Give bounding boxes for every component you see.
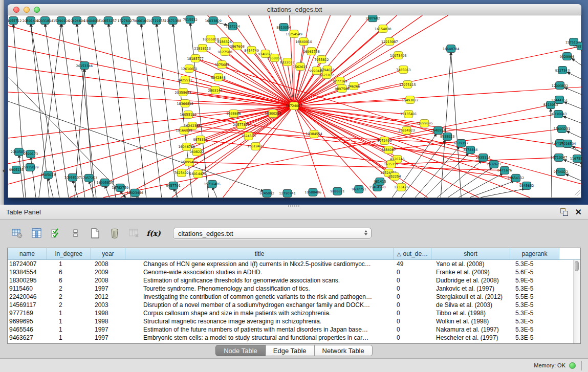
graph-node[interactable]: 9878334 xyxy=(193,136,207,143)
table-cell[interactable]: Dudbridge et al. (2008) xyxy=(431,276,510,285)
table-cell[interactable]: 49 xyxy=(394,260,431,268)
table-cell[interactable]: 2 xyxy=(47,293,91,301)
graph-node[interactable]: 19404068 xyxy=(84,17,100,25)
table-row[interactable]: 969969511998Structural magnetic resonanc… xyxy=(8,317,580,325)
graph-node[interactable]: 16782759 xyxy=(112,184,128,191)
network-graph[interactable]: 1872400716055818818632828676088454749914… xyxy=(8,15,582,198)
graph-node[interactable]: 16055818 xyxy=(202,35,219,43)
graph-node[interactable]: 16154838 xyxy=(375,25,391,33)
graph-node[interactable]: 10588486 xyxy=(304,188,321,196)
function-builder-icon[interactable]: f(x) xyxy=(147,227,160,239)
graph-node[interactable]: 20153346 xyxy=(76,62,93,70)
table-cell[interactable]: 5.3E-5 xyxy=(510,309,559,317)
splitter-handle[interactable] xyxy=(288,205,299,207)
table-cell[interactable]: 0 xyxy=(394,285,431,293)
table-cell[interactable]: 2 xyxy=(47,285,91,293)
column-header-short[interactable]: short xyxy=(431,248,510,259)
show-columns-icon[interactable] xyxy=(31,227,43,239)
graph-node[interactable]: 2803144 xyxy=(208,86,222,94)
graph-node[interactable]: 9505013 xyxy=(41,171,55,179)
graph-node[interactable]: 21818113 xyxy=(194,45,210,52)
table-cell[interactable]: Embryonic stem cells: a model to study s… xyxy=(125,334,394,342)
table-cell[interactable]: 0 xyxy=(394,317,431,325)
table-cell[interactable]: 9777169 xyxy=(8,309,47,317)
scrollbar-thumb[interactable] xyxy=(575,261,579,271)
graph-node[interactable]: 16648784 xyxy=(443,45,459,53)
graph-node[interactable]: 12213987 xyxy=(381,38,398,46)
table-selector-dropdown[interactable]: citations_edges.txt xyxy=(173,228,372,239)
graph-node[interactable]: 7955812 xyxy=(314,56,329,63)
tab-node-table[interactable]: Node Table xyxy=(215,345,266,356)
column-header-title[interactable]: title xyxy=(125,248,394,259)
graph-node[interactable]: 16640910 xyxy=(295,38,312,46)
table-cell[interactable]: Estimation of significance thresholds fo… xyxy=(125,276,394,285)
graph-node[interactable]: 15716485 xyxy=(204,180,220,188)
graph-node[interactable]: 9538686 xyxy=(226,110,241,117)
column-header-out_de[interactable]: △out_de… xyxy=(394,248,431,259)
graph-node[interactable]: 16033809 xyxy=(205,17,221,25)
table-cell[interactable]: Nakamura et al. (1997) xyxy=(431,325,510,334)
table-cell[interactable]: 14569117 xyxy=(8,301,47,309)
table-cell[interactable]: 2008 xyxy=(91,276,125,285)
table-cell[interactable]: Stergiakouli et al. (2012) xyxy=(431,293,510,301)
graph-node[interactable]: 20494604 xyxy=(69,17,85,25)
table-cell[interactable]: Disruption of a novel member of a sodium… xyxy=(125,301,394,309)
table-cell[interactable]: 1 xyxy=(47,334,91,342)
table-cell[interactable]: 2009 xyxy=(91,268,125,276)
graph-node[interactable]: 10958107 xyxy=(64,173,81,181)
network-window-titlebar[interactable]: citations_edges.txt xyxy=(8,4,581,15)
table-row[interactable]: 2242004622012Investigating the contribut… xyxy=(8,293,580,301)
graph-node[interactable]: 17975115 xyxy=(399,81,416,89)
column-header-name[interactable]: name xyxy=(8,248,47,259)
table-cell[interactable]: 2012 xyxy=(91,293,125,301)
table-row[interactable]: 1938455462009Genome-wide association stu… xyxy=(8,268,580,276)
table-cell[interactable]: 0 xyxy=(394,301,431,309)
graph-node[interactable]: 22031814 xyxy=(37,17,53,25)
graph-node[interactable]: 9425512 xyxy=(178,76,192,84)
table-cell[interactable]: 5.3E-5 xyxy=(510,260,559,268)
table-cell[interactable]: 5.6E-5 xyxy=(510,268,559,276)
table-row[interactable]: 946554611997Estimation of the future num… xyxy=(8,325,580,334)
table-cell[interactable]: Franke et al. (2009) xyxy=(431,268,510,276)
graph-node[interactable]: 15290104 xyxy=(53,17,70,25)
table-settings-icon[interactable] xyxy=(11,227,24,239)
table-cell[interactable]: 0 xyxy=(394,293,431,301)
table-row[interactable]: 946362711997Embryonic stem cells: a mode… xyxy=(8,334,580,342)
table-cell[interactable]: 9115460 xyxy=(8,285,47,293)
table-cell[interactable]: 1997 xyxy=(91,285,125,293)
graph-node[interactable]: 19671388 xyxy=(164,17,181,25)
table-cell[interactable]: 18300295 xyxy=(8,276,47,285)
table-cell[interactable]: 1997 xyxy=(91,325,125,334)
tab-edge-table[interactable]: Edge Table xyxy=(266,345,315,356)
graph-node[interactable]: 981415 xyxy=(374,178,386,185)
graph-node[interactable]: 1733426 xyxy=(394,183,408,191)
table-cell[interactable]: 9465546 xyxy=(8,325,47,334)
graph-node[interactable]: 7625402 xyxy=(174,169,188,177)
table-cell[interactable]: 2008 xyxy=(91,260,125,268)
table-cell[interactable]: 1997 xyxy=(91,334,125,342)
table-cell[interactable]: Corpus callosum shape and size in male p… xyxy=(125,309,394,317)
table-cell[interactable]: Hescheler et al. (1997) xyxy=(431,334,510,342)
table-cell[interactable]: de Silva et al. (2003) xyxy=(431,301,510,309)
graph-node[interactable]: 20358613 xyxy=(175,89,191,96)
close-panel-icon[interactable]: ✕ xyxy=(575,208,582,216)
table-cell[interactable]: 5.3E-5 xyxy=(510,325,559,334)
graph-node[interactable]: 9457791 xyxy=(166,182,181,189)
graph-node[interactable]: 7485063 xyxy=(396,66,410,74)
graph-node[interactable]: 9734022 xyxy=(554,168,568,176)
table-cell[interactable]: 1 xyxy=(47,317,91,325)
table-cell[interactable]: 2003 xyxy=(91,301,125,309)
graph-node[interactable]: 15915059 xyxy=(22,163,38,171)
table-cell[interactable]: 0 xyxy=(394,334,431,342)
graph-node[interactable]: 12790741 xyxy=(279,189,295,197)
table-cell[interactable]: 1 xyxy=(47,260,91,268)
column-header-in_degree[interactable]: in_degree xyxy=(47,248,91,259)
table-cell[interactable]: 6 xyxy=(47,268,91,276)
table-cell[interactable]: 5.3E-5 xyxy=(510,334,559,342)
table-cell[interactable]: 1 xyxy=(47,325,91,334)
table-cell[interactable]: 5.5E-5 xyxy=(510,293,559,301)
table-row[interactable]: 977716911998Corpus callosum shape and si… xyxy=(8,309,580,317)
table-cell[interactable]: 18724007 xyxy=(8,260,47,268)
table-cell[interactable]: Tibbo et al. (1998) xyxy=(431,309,510,317)
graph-node[interactable]: 10719155 xyxy=(148,17,165,25)
